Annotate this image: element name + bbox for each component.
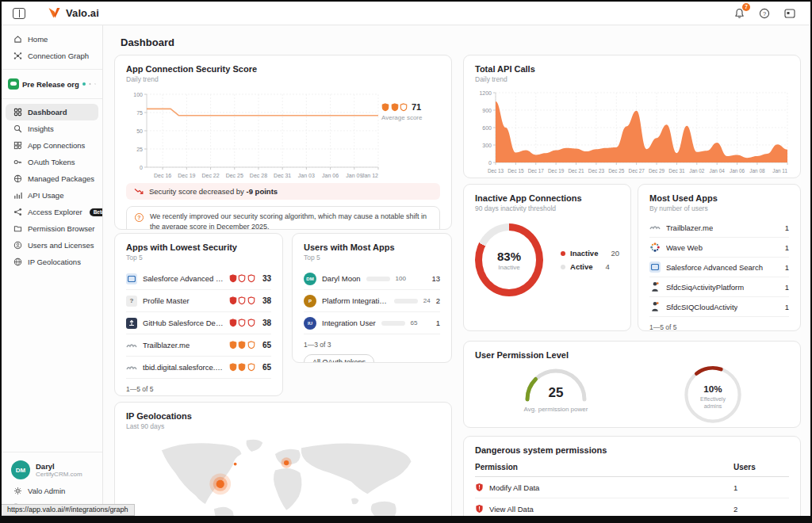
globe-icon (13, 258, 22, 266)
card-title: Most Used Apps (649, 193, 789, 203)
app-row[interactable]: ? Profile Master 38 (126, 290, 271, 312)
user-row[interactable]: P Platform Integration User 24 2 (304, 290, 440, 312)
sidebar-item-permission-browser[interactable]: Permission Browser (6, 220, 98, 237)
app-row[interactable]: Trailblazer.me 1 (649, 218, 789, 238)
user-avatar: DM (11, 460, 30, 479)
sidebar-item-managed-packages[interactable]: Managed Packages (6, 170, 98, 187)
table-row[interactable]: Modify All Data 1 (475, 477, 789, 498)
table-header: Permission Users (475, 456, 789, 477)
ip-location-marker-europe[interactable] (281, 457, 291, 468)
svg-text:admins: admins (704, 403, 722, 409)
org-selector[interactable]: Pre Release org (2, 74, 102, 94)
sidebar-item-oauth-tokens[interactable]: OAuth Tokens (6, 154, 98, 170)
user-avatar: P (304, 295, 316, 307)
ip-location-marker-us[interactable] (209, 473, 231, 494)
card-subtitle: Daily trend (126, 75, 440, 83)
svg-text:1200: 1200 (479, 90, 492, 96)
avg-permission-gauge: 25 Avg. permission power (518, 361, 594, 413)
security-trend-line-chart: 0255075100Dec 16Dec 19Dec 22Dec 25Dec 28… (126, 88, 381, 180)
card-title: App Connection Security Score (126, 64, 440, 74)
feedback-panel-icon[interactable] (783, 7, 796, 20)
security-shields (229, 274, 255, 283)
donut-percent: 83% (497, 250, 521, 263)
app-row[interactable]: SfdcSiqActivityPlatform 1 (649, 277, 789, 297)
sidebar-item-dashboard[interactable]: Dashboard (6, 104, 98, 120)
app-row[interactable]: Trailblazer.me 65 (126, 334, 271, 357)
sidebar-item-api-usage[interactable]: API Usage (6, 187, 98, 204)
world-map (126, 437, 442, 523)
svg-text:Jan 03: Jan 03 (298, 173, 315, 178)
folder-icon (13, 224, 22, 233)
beta-badge: Beta (90, 208, 103, 216)
trailblazer-logo-icon (649, 222, 661, 233)
svg-text:Jan 04: Jan 04 (710, 168, 726, 174)
sidebar-item-valo-admin[interactable]: Valo Admin (6, 483, 98, 499)
brand-logo[interactable]: Valo.ai (48, 7, 99, 19)
package-icon (13, 174, 22, 183)
sidebar-item-ip-geolocations[interactable]: IP Geolocations (6, 254, 98, 270)
insights-icon (13, 124, 22, 133)
user-avatar: IU (304, 317, 316, 330)
card-title: Total API Calls (475, 64, 789, 74)
users-most-apps-card: Users with Most Apps Top 5 DM Daryl Moon… (292, 233, 452, 363)
svg-text:25: 25 (549, 385, 564, 400)
svg-text:Dec 16: Dec 16 (154, 173, 171, 178)
salesforce-domain-icon (126, 362, 137, 373)
all-oauth-tokens-button[interactable]: All OAuth tokens (304, 354, 374, 363)
org-status-dot (82, 82, 86, 86)
card-title: Apps with Lowest Security (126, 242, 271, 252)
average-score-value: 71 (412, 102, 421, 112)
svg-text:Dec 28: Dec 28 (250, 173, 267, 178)
card-title: Dangerous system permissions (475, 445, 789, 455)
permission-level-card: User Permission Level 25 Avg. permission… (463, 341, 801, 428)
svg-text:0: 0 (140, 165, 143, 170)
svg-text:Dec 23: Dec 23 (588, 168, 605, 174)
valo-logo-icon (48, 7, 61, 19)
app-row[interactable]: Wave Web 1 (649, 238, 789, 258)
app-row[interactable]: GitHub Salesforce Deplo... 38 (126, 312, 271, 334)
card-subtitle: Top 5 (126, 254, 271, 262)
sidebar-toggle-icon[interactable] (13, 8, 25, 19)
user-name: Daryl (36, 462, 82, 471)
sidebar-item-users-licenses[interactable]: Users and Licenses (6, 237, 98, 254)
sidebar-item-home[interactable]: Home (6, 31, 98, 48)
api-calls-card: Total API Calls Daily trend 030060090012… (463, 55, 801, 178)
org-settings-gear-icon[interactable] (89, 80, 91, 88)
main-content: Dashboard App Connection Security Score … (103, 25, 810, 521)
app-connections-icon (13, 141, 22, 150)
svg-text:Dec 31: Dec 31 (668, 168, 685, 174)
sidebar-item-insights[interactable]: Insights (6, 120, 98, 137)
card-subtitle: Daily trend (475, 75, 789, 83)
security-shields (229, 296, 255, 305)
app-row[interactable]: Salesforce Advanced Search 1 (649, 258, 789, 277)
gear-icon (13, 487, 22, 495)
window-frame-bottom (2, 516, 810, 521)
notifications-bell-icon[interactable]: 7 (733, 7, 745, 20)
app-row[interactable]: SfdcSIQCloudActivity 1 (649, 297, 789, 317)
sidebar-item-app-connections[interactable]: App Connections (6, 137, 98, 154)
user-row[interactable]: IU Integration User 65 1 (304, 312, 440, 334)
wave-web-icon (649, 242, 661, 253)
unknown-app-icon: ? (126, 296, 137, 307)
svg-text:Jan 09: Jan 09 (346, 173, 362, 178)
lowest-security-card: Apps with Lowest Security Top 5 Salesfor… (114, 233, 283, 396)
user-row[interactable]: DM Daryl Moon 100 13 (304, 268, 440, 290)
legend-dot-inactive (561, 251, 565, 256)
card-title: Users with Most Apps (304, 242, 440, 252)
card-subtitle: Top 5 (304, 254, 440, 262)
svg-text:Jan 02: Jan 02 (689, 168, 705, 174)
average-score-shields (381, 103, 408, 112)
app-row[interactable]: Salesforce Advanced Se... 33 (126, 268, 271, 290)
app-row[interactable]: tbid.digital.salesforce.com 65 (126, 357, 271, 379)
ip-location-marker-canada[interactable] (234, 463, 237, 466)
sidebar-item-connection-graph[interactable]: Connection Graph (6, 48, 98, 64)
card-subtitle: 90 days inactivity threshold (475, 204, 619, 212)
user-profile[interactable]: DM Daryl CertifyCRM.com (2, 457, 102, 483)
svg-text:600: 600 (482, 125, 492, 131)
security-shields (229, 319, 255, 327)
sidebar-item-access-explorer[interactable]: Access Explorer Beta (6, 204, 98, 220)
help-icon[interactable]: ? (758, 7, 771, 20)
svg-text:75: 75 (136, 110, 143, 116)
network-graph-icon (13, 52, 22, 60)
chevron-down-icon (94, 81, 96, 87)
